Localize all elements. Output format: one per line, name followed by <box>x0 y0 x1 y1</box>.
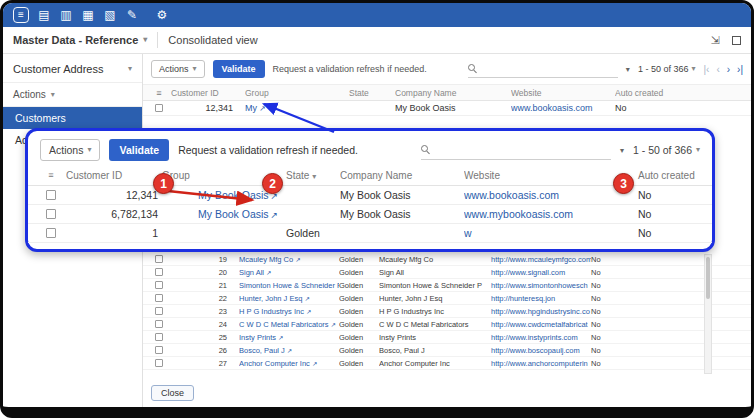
cell-customer-id: 23 <box>169 307 239 316</box>
row-checkbox[interactable] <box>155 104 163 112</box>
close-button[interactable]: Close <box>151 385 194 401</box>
column-header-auto-created[interactable]: Auto created <box>615 88 667 98</box>
table-row: 6,782,134 My Book Oasis↗ My Book Oasis w… <box>28 205 712 224</box>
column-header-customer-id[interactable]: Customer ID <box>171 88 245 98</box>
group-link[interactable]: Mcauley Mfg Co <box>239 255 293 264</box>
row-checkbox[interactable] <box>155 281 163 289</box>
column-header-company-name[interactable]: Company Name <box>395 88 511 98</box>
pager: |‹ ‹ › ›| <box>703 64 743 75</box>
cell-company: Bosco, Paul J <box>379 346 491 355</box>
group-link[interactable]: C W D C Metal Fabricators <box>239 320 329 329</box>
column-header-state[interactable]: State ▾ <box>278 170 340 181</box>
edit-icon[interactable]: ✎ <box>125 9 139 21</box>
website-link[interactable]: www.bookoasis.com <box>464 189 614 201</box>
column-header-customer-id[interactable]: Customer ID <box>66 170 162 181</box>
cell-auto-created: No <box>591 346 635 355</box>
group-link[interactable]: Simonton Howe & Schneider P <box>239 281 339 290</box>
prev-page-button[interactable]: ‹ <box>716 64 719 75</box>
wrench-icon[interactable]: ⚙ <box>155 9 169 21</box>
sidebar-item-customers[interactable]: Customers <box>3 107 142 129</box>
row-checkbox[interactable] <box>155 359 163 367</box>
row-checkbox[interactable] <box>155 346 163 354</box>
cell-state: Golden <box>339 346 379 355</box>
pagination-range[interactable]: 1 - 50 of 366 ▾ <box>638 64 696 74</box>
filter-dropdown-icon[interactable]: ▾ <box>620 146 624 155</box>
grid-menu-icon[interactable]: ≡ <box>147 88 171 98</box>
cell-customer-id: 1 <box>66 227 162 239</box>
last-page-button[interactable]: ›| <box>737 64 743 75</box>
column-header-group[interactable]: Group <box>162 170 278 181</box>
row-checkbox[interactable] <box>46 228 56 238</box>
website-link[interactable]: http://www.mcauleymfgco.com <box>491 255 591 264</box>
row-checkbox[interactable] <box>46 190 56 200</box>
search-input[interactable] <box>482 63 618 75</box>
group-link[interactable]: Bosco, Paul J <box>239 346 285 355</box>
row-checkbox[interactable] <box>155 294 163 302</box>
table-row: 25 Insty Prints↗ Golden Insty Prints htt… <box>143 331 751 344</box>
expand-icon[interactable]: ⇲ <box>711 34 720 47</box>
group-link[interactable]: Hunter, John J Esq <box>239 294 302 303</box>
actions-button[interactable]: Actions ▾ <box>151 60 205 78</box>
pagination-range[interactable]: 1 - 50 of 366 ▾ <box>633 144 700 156</box>
divider <box>157 32 158 48</box>
row-checkbox[interactable] <box>46 209 56 219</box>
sidebar-actions-label: Actions <box>13 89 46 100</box>
group-link[interactable]: My <box>245 103 257 113</box>
validate-button[interactable]: Validate <box>109 139 169 161</box>
copy-icon[interactable]: ▦ <box>81 9 95 21</box>
scrollbar-thumb[interactable] <box>706 257 710 299</box>
tab-consolidated-view[interactable]: Consolidated view <box>168 34 257 46</box>
website-link[interactable]: www.bookoasis.com <box>511 103 615 113</box>
website-link[interactable]: http://www.hpgindustrysinc.co <box>491 307 591 316</box>
group-link[interactable]: Insty Prints <box>239 333 276 342</box>
website-link[interactable]: http://www.instyprints.com <box>491 333 591 342</box>
search-input[interactable] <box>435 143 611 156</box>
group-link[interactable]: Anchor Computer Inc <box>239 359 310 368</box>
tasks-icon[interactable]: ▤ <box>37 9 51 21</box>
cell-customer-id: 26 <box>169 346 239 355</box>
row-checkbox[interactable] <box>155 307 163 315</box>
website-link[interactable]: http://www.boscopaulj.com <box>491 346 591 355</box>
app-menu-icon[interactable]: ≡ <box>13 7 29 23</box>
website-link[interactable]: www.mybookoasis.com <box>464 208 614 220</box>
notes-icon[interactable]: ▥ <box>59 9 73 21</box>
group-link[interactable]: H P G Industrys Inc <box>239 307 304 316</box>
column-header-company-name[interactable]: Company Name <box>340 170 464 181</box>
website-link[interactable]: http://www.signall.com <box>491 268 591 277</box>
sidebar-section-customer-address[interactable]: Customer Address ▾ <box>3 56 142 83</box>
column-header-group[interactable]: Group <box>245 88 349 98</box>
group-link[interactable]: Sign All <box>239 268 264 277</box>
cell-state: Golden <box>339 320 379 329</box>
row-checkbox[interactable] <box>155 255 163 263</box>
group-link[interactable]: My Book Oasis <box>198 189 269 201</box>
row-checkbox[interactable] <box>155 268 163 276</box>
website-link[interactable]: http://www.anchorcomputerin <box>491 359 591 368</box>
column-header-state[interactable]: State <box>349 88 395 98</box>
column-header-website[interactable]: Website <box>511 88 615 98</box>
website-link[interactable]: http://hunteresq.jon <box>491 294 591 303</box>
maximize-icon[interactable] <box>732 36 741 45</box>
sidebar-actions-button[interactable]: Actions ▾ <box>3 83 142 107</box>
app-title-menu[interactable]: Master Data - Reference ▾ <box>13 34 147 46</box>
cell-company: Sign All <box>379 268 491 277</box>
reports-icon[interactable]: ▧ <box>103 9 117 21</box>
cell-state: Golden <box>339 268 379 277</box>
vertical-scrollbar[interactable] <box>704 254 712 374</box>
validate-button[interactable]: Validate <box>213 60 265 78</box>
first-page-button[interactable]: |‹ <box>703 64 709 75</box>
table-row: 1 Golden w No <box>28 224 712 243</box>
column-header-website[interactable]: Website <box>464 170 614 181</box>
row-checkbox[interactable] <box>155 333 163 341</box>
cell-state: Golden <box>339 333 379 342</box>
grid-menu-icon[interactable]: ≡ <box>36 170 66 180</box>
cell-state: Golden <box>339 281 379 290</box>
next-page-button[interactable]: › <box>727 64 730 75</box>
website-link[interactable]: http://www.cwdcmetalfabricat <box>491 320 591 329</box>
actions-button[interactable]: Actions ▾ <box>40 139 100 161</box>
website-link[interactable]: http://www.simontonhowesch <box>491 281 591 290</box>
group-link[interactable]: My Book Oasis <box>198 208 269 220</box>
row-checkbox[interactable] <box>155 320 163 328</box>
external-link-icon: ↗ <box>259 104 265 113</box>
website-link[interactable]: w <box>464 227 614 239</box>
filter-dropdown-icon[interactable]: ▾ <box>626 65 630 74</box>
